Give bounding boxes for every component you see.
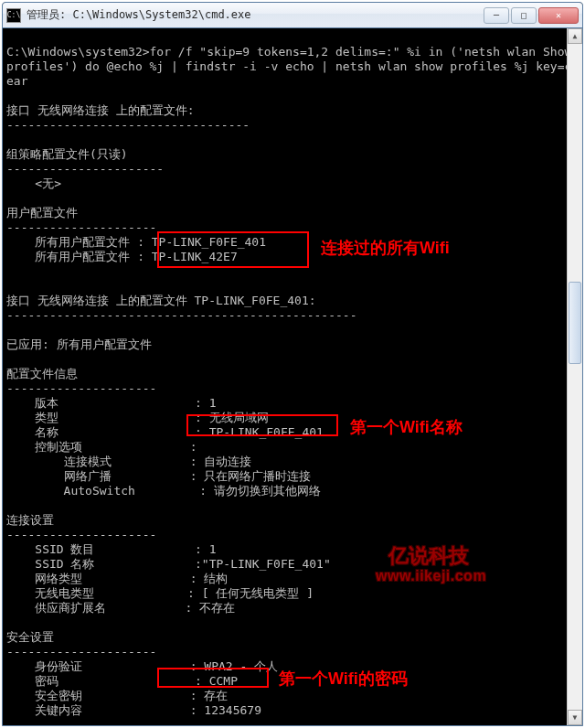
close-button[interactable]: ✕ bbox=[538, 7, 579, 24]
info-row: 连接模式 : 自动连接 bbox=[6, 455, 251, 468]
conn-row: SSID 名称 :"TP-LINK_F0FE_401" bbox=[6, 557, 331, 571]
info-row: 版本 : 1 bbox=[6, 396, 217, 410]
sec-row: 关键内容 : 12345679 bbox=[6, 703, 261, 717]
annotation-firstname: 第一个Wifi名称 bbox=[350, 416, 463, 438]
conn-row: 网络类型 : 结构 bbox=[6, 572, 228, 585]
none-value: <无> bbox=[6, 177, 61, 190]
scroll-thumb[interactable] bbox=[569, 282, 581, 364]
section-header: 连接设置 bbox=[6, 513, 54, 527]
conn-row: 供应商扩展名 : 不存在 bbox=[6, 601, 235, 615]
section-header: 安全设置 bbox=[6, 630, 54, 644]
info-row: 网络广播 : 只在网络广播时连接 bbox=[6, 469, 311, 483]
cmd-icon: C:\ bbox=[6, 8, 21, 23]
sec-row: 密码 : CCMP bbox=[6, 674, 238, 688]
cmd-prompt-line: C:\Windows\system32>for /f "skip=9 token… bbox=[6, 45, 567, 59]
sec-row: 身份验证 : WPA2 - 个人 bbox=[6, 659, 278, 673]
section-header: 组策略配置文件(只读) bbox=[6, 147, 128, 161]
section-header: 用户配置文件 bbox=[6, 206, 78, 219]
watermark-brand: 亿说科技 bbox=[388, 542, 469, 570]
minimize-button[interactable]: ─ bbox=[484, 7, 509, 24]
maximize-button[interactable]: □ bbox=[511, 7, 537, 24]
profile-line: 所有用户配置文件 : TP-LINK_F0FE_401 bbox=[6, 235, 266, 249]
section-header: 接口 无线网络连接 上的配置文件 TP-LINK_F0FE_401: bbox=[6, 294, 316, 307]
section-header: 接口 无线网络连接 上的配置文件: bbox=[6, 103, 194, 117]
cmd-window: C:\ 管理员: C:\Windows\System32\cmd.exe ─ □… bbox=[2, 2, 583, 726]
console-output[interactable]: C:\Windows\system32>for /f "skip=9 token… bbox=[3, 28, 567, 725]
vertical-scrollbar[interactable]: ▲ ▼ bbox=[567, 28, 582, 725]
dashes: --------------------- bbox=[6, 645, 156, 658]
annotation-firstpwd: 第一个Wifi的密码 bbox=[279, 668, 408, 690]
window-title: 管理员: C:\Windows\System32\cmd.exe bbox=[27, 7, 484, 23]
profile-line: 所有用户配置文件 : TP-LINK_42E7 bbox=[6, 250, 238, 263]
cmd-line: profiles') do @echo %j | findstr -i -v e… bbox=[6, 59, 567, 73]
dashes: --------------------- bbox=[6, 381, 156, 395]
cmd-line: ear bbox=[6, 74, 27, 88]
info-row: 名称 : TP-LINK_F0FE_401 bbox=[6, 425, 324, 439]
titlebar[interactable]: C:\ 管理员: C:\Windows\System32\cmd.exe ─ □… bbox=[3, 3, 582, 28]
sec-row: 安全密钥 : 存在 bbox=[6, 689, 228, 702]
dashes: ---------------------------------- bbox=[6, 118, 250, 132]
scroll-down-button[interactable]: ▼ bbox=[568, 710, 582, 725]
info-row: AutoSwitch : 请勿切换到其他网络 bbox=[6, 484, 321, 498]
dashes: ----------------------------------------… bbox=[6, 308, 357, 322]
scroll-up-button[interactable]: ▲ bbox=[568, 28, 582, 44]
watermark-url: www.iikeji.com bbox=[376, 568, 486, 584]
scroll-track[interactable] bbox=[568, 44, 582, 710]
section-header: 配置文件信息 bbox=[6, 367, 78, 380]
dashes: --------------------- bbox=[6, 220, 156, 234]
info-row: 类型 : 无线局域网 bbox=[6, 411, 269, 424]
info-row: 控制选项 : bbox=[6, 440, 197, 454]
conn-row: 无线电类型 : [ 任何无线电类型 ] bbox=[6, 586, 314, 600]
annotation-allwifi: 连接过的所有Wifi bbox=[321, 237, 450, 259]
dashes: ---------------------- bbox=[6, 162, 164, 176]
conn-row: SSID 数目 : 1 bbox=[6, 542, 217, 556]
applied-line: 已应用: 所有用户配置文件 bbox=[6, 337, 152, 351]
window-buttons: ─ □ ✕ bbox=[484, 7, 579, 24]
dashes: --------------------- bbox=[6, 528, 156, 541]
